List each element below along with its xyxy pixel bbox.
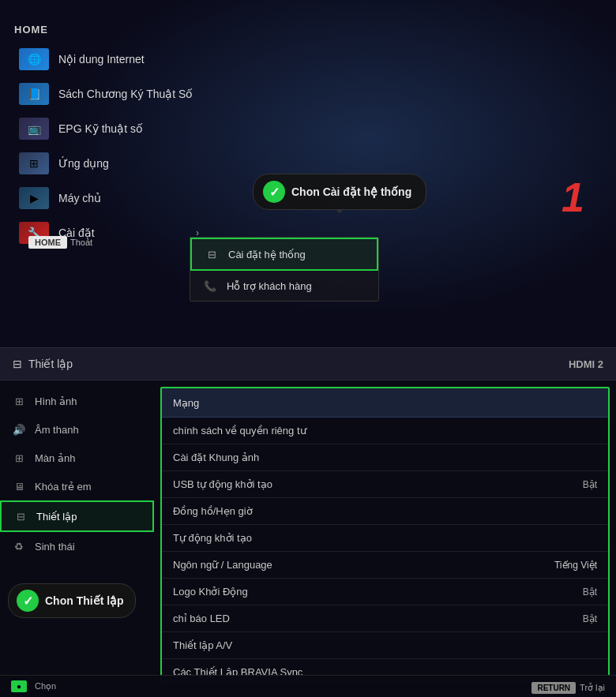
phone-icon: 📞 bbox=[201, 279, 219, 293]
sidebar-label-sinh-thai: Sinh thái bbox=[35, 541, 75, 553]
sidebar-item-am-thanh[interactable]: 🔊 Âm thanh bbox=[0, 415, 154, 444]
menu-label-app: Ứng dụng bbox=[58, 157, 109, 170]
menu-label-server: Máy chủ bbox=[58, 192, 101, 204]
thoat-label[interactable]: Thoát bbox=[70, 236, 92, 249]
sidebar-label-thiet-lap: Thiết lập bbox=[36, 511, 77, 523]
settings-menu-icon: ⊟ bbox=[203, 247, 220, 261]
left-sidebar: ⊞ Hình ảnh 🔊 Âm thanh ⊞ Màn ảnh 🖥 Khóa t… bbox=[0, 380, 154, 697]
home-sidebar: HOME 🌐 Nội dung Internet 📘 Sách Chương K… bbox=[14, 24, 204, 250]
setting-label-usb: USB tự động khởi tạo bbox=[173, 478, 272, 490]
setting-value-led: Bật bbox=[583, 613, 597, 624]
setting-tu-dong-khoi-tao[interactable]: Tự động khởi tạo bbox=[162, 525, 608, 552]
menu-label-book: Sách Chương Ký Thuật Số bbox=[58, 88, 193, 100]
sidebar-item-hinh-anh[interactable]: ⊞ Hình ảnh bbox=[0, 387, 154, 415]
khoa-tre-em-icon: 🖥 bbox=[11, 480, 27, 493]
setting-label-led: chỉ báo LED bbox=[173, 613, 230, 624]
tooltip-chon-cai-dat: ✓ Chon Cài đặt hệ thống bbox=[253, 174, 426, 210]
sidebar-label-khoa-tre-em: Khóa trẻ em bbox=[35, 481, 92, 493]
sidebar-item-sinh-thai[interactable]: ♻ Sinh thái bbox=[0, 532, 154, 560]
setting-label-tu-dong: Tự động khởi tạo bbox=[173, 532, 252, 544]
hdmi-badge: HDMI 2 bbox=[569, 358, 603, 370]
dropdown-item-cai-dat-he-thong[interactable]: ⊟ Cài đặt hệ thống bbox=[190, 238, 378, 271]
setting-label-ngon-ngu: Ngôn ngữ / Language bbox=[173, 559, 272, 571]
sinh-thai-icon: ♻ bbox=[11, 540, 27, 553]
dropdown-item-ho-tro[interactable]: 📞 Hỗ trợ khách hàng bbox=[190, 271, 378, 301]
epg-icon: 📺 bbox=[19, 118, 49, 140]
menu-label-epg: EPG Kỹ thuật số bbox=[58, 122, 143, 135]
right-settings-area: Mạng chính sách về quyền riêng tư Cài đặ… bbox=[154, 380, 616, 697]
divider-bar: ⊟ Thiết lập HDMI 2 bbox=[0, 347, 616, 380]
thiet-lap-icon: ⊟ bbox=[13, 510, 28, 523]
tooltip-text-1: Chon Cài đặt hệ thống bbox=[291, 185, 411, 198]
setting-av[interactable]: Thiết lập A/V bbox=[162, 632, 608, 659]
top-section: HOME 🌐 Nội dung Internet 📘 Sách Chương K… bbox=[0, 0, 616, 347]
setting-cai-dat-khung-anh[interactable]: Cài đặt Khung ảnh bbox=[162, 444, 608, 471]
sidebar-item-man-hinh[interactable]: ⊞ Màn ảnh bbox=[0, 444, 154, 472]
setting-label-av: Thiết lập A/V bbox=[173, 639, 232, 651]
setting-label-logo: Logo Khởi Động bbox=[173, 586, 248, 598]
check-icon-1: ✓ bbox=[263, 181, 285, 203]
setting-led[interactable]: chỉ báo LED Bật bbox=[162, 605, 608, 632]
setting-dong-ho[interactable]: Đồng hồ/Hẹn giờ bbox=[162, 498, 608, 525]
mang-label: Mạng bbox=[173, 397, 199, 409]
setting-label-chinh-sach: chính sách về quyền riêng tư bbox=[173, 425, 306, 437]
sidebar-item-epg[interactable]: 📺 EPG Kỹ thuật số bbox=[14, 111, 204, 146]
app-icon: ⊞ bbox=[19, 152, 49, 174]
return-label: Trở lại bbox=[580, 683, 605, 693]
dropdown-item-label-cai-dat: Cài đặt hệ thống bbox=[228, 249, 306, 260]
chon-button-group: ● Chọn bbox=[11, 680, 56, 692]
settings-list: Mạng chính sách về quyền riêng tư Cài đặ… bbox=[160, 387, 610, 683]
setting-chinh-sach[interactable]: chính sách về quyền riêng tư bbox=[162, 418, 608, 444]
setting-value-usb: Bật bbox=[583, 479, 597, 490]
return-badge: RETURN bbox=[531, 682, 576, 694]
home-badge[interactable]: HOME bbox=[28, 236, 67, 249]
thiet-lap-bar-icon: ⊟ bbox=[13, 358, 22, 370]
sidebar-item-book[interactable]: 📘 Sách Chương Ký Thuật Số bbox=[14, 77, 204, 111]
thiet-lap-bar-label: Thiết lập bbox=[28, 358, 73, 370]
tooltip-chon-thiet-lap: ✓ Chon Thiết lập bbox=[8, 583, 136, 618]
home-label: HOME bbox=[14, 24, 204, 36]
am-thanh-icon: 🔊 bbox=[11, 423, 27, 436]
step-1-label: 1 bbox=[562, 174, 584, 221]
setting-value-ngon-ngu: Tiếng Việt bbox=[554, 560, 597, 571]
thiet-lap-title-bar: ⊟ Thiết lập bbox=[13, 358, 569, 370]
dropdown-item-label-ho-tro: Hỗ trợ khách hàng bbox=[227, 280, 312, 292]
book-icon: 📘 bbox=[19, 83, 49, 105]
menu-label-internet: Nội dung Internet bbox=[58, 53, 145, 66]
chon-label: Chọn bbox=[35, 681, 56, 691]
bottom-bar: ● Chọn RETURN Trở lại bbox=[0, 675, 616, 697]
check-icon-2: ✓ bbox=[17, 590, 39, 612]
sidebar-item-khoa-tre-em[interactable]: 🖥 Khóa trẻ em bbox=[0, 472, 154, 500]
home-thoat-bar: HOME Thoát bbox=[28, 236, 92, 249]
setting-logo[interactable]: Logo Khởi Động Bật bbox=[162, 579, 608, 605]
tooltip-chon-text: Chon Thiết lập bbox=[45, 594, 124, 607]
chon-badge: ● bbox=[11, 680, 27, 692]
man-hinh-icon: ⊞ bbox=[11, 452, 27, 464]
sidebar-label-am-thanh: Âm thanh bbox=[35, 424, 79, 436]
sidebar-item-internet[interactable]: 🌐 Nội dung Internet bbox=[14, 42, 204, 77]
sidebar-item-server[interactable]: ▶ Máy chủ bbox=[14, 181, 204, 215]
sidebar-label-man-hinh: Màn ảnh bbox=[35, 452, 75, 464]
setting-label-khung-anh: Cài đặt Khung ảnh bbox=[173, 452, 259, 463]
sidebar-label-hinh-anh: Hình ảnh bbox=[35, 395, 77, 407]
setting-usb[interactable]: USB tự động khởi tạo Bật bbox=[162, 471, 608, 498]
dropdown-menu: ⊟ Cài đặt hệ thống 📞 Hỗ trợ khách hàng bbox=[190, 237, 379, 302]
bottom-section: ⊞ Hình ảnh 🔊 Âm thanh ⊞ Màn ảnh 🖥 Khóa t… bbox=[0, 380, 616, 697]
return-button-group: RETURN Trở lại bbox=[531, 682, 605, 694]
server-icon: ▶ bbox=[19, 187, 49, 209]
internet-icon: 🌐 bbox=[19, 48, 49, 70]
mang-header-item[interactable]: Mạng bbox=[162, 388, 608, 418]
sidebar-item-app[interactable]: ⊞ Ứng dụng bbox=[14, 146, 204, 181]
setting-label-dong-ho: Đồng hồ/Hẹn giờ bbox=[173, 505, 253, 517]
setting-ngon-ngu[interactable]: Ngôn ngữ / Language Tiếng Việt bbox=[162, 552, 608, 579]
sidebar-item-thiet-lap[interactable]: ⊟ Thiết lập bbox=[0, 500, 154, 532]
hinh-anh-icon: ⊞ bbox=[11, 395, 27, 407]
setting-value-logo: Bật bbox=[583, 586, 597, 598]
